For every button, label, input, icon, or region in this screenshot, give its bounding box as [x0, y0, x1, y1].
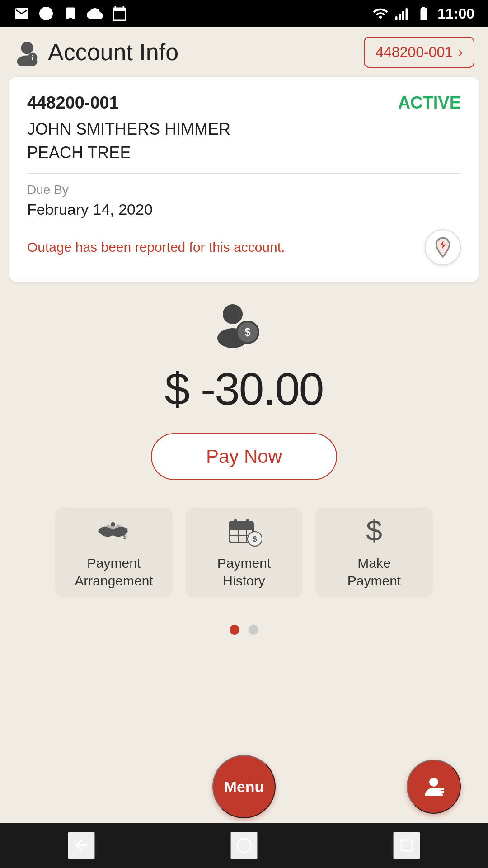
payment-arrangement-button[interactable]: $ PaymentArrangement [55, 507, 173, 598]
action-buttons-row: $ PaymentArrangement $ PaymentHisto [55, 507, 433, 598]
android-nav-bar [0, 823, 488, 868]
recents-button[interactable] [393, 832, 420, 859]
recents-icon [399, 837, 415, 854]
payment-arrangement-label: PaymentArrangement [75, 554, 153, 590]
home-icon [236, 837, 252, 854]
home-button[interactable] [230, 832, 258, 859]
chevron-right-icon: › [458, 44, 463, 60]
calendar-icon [111, 5, 127, 22]
header: i Account Info 448200-001 › [0, 27, 488, 77]
handshake-icon: $ [96, 515, 132, 547]
svg-rect-4 [406, 8, 408, 20]
svg-text:i: i [32, 54, 33, 61]
due-label: Due By [27, 183, 461, 197]
svg-rect-18 [230, 522, 253, 530]
make-payment-label: MakePayment [347, 554, 401, 590]
make-payment-button[interactable]: $ MakePayment [315, 507, 433, 598]
user-icon: i [14, 38, 41, 66]
wifi-icon [372, 5, 389, 22]
svg-rect-22 [234, 519, 237, 525]
back-button[interactable] [68, 832, 95, 859]
balance-icon: $ [208, 300, 280, 359]
lightning-map-icon [432, 236, 454, 259]
payment-history-label: PaymentHistory [217, 554, 271, 590]
contact-icon [420, 773, 447, 800]
cloud-icon [87, 5, 103, 22]
calendar-dollar-icon: $ [226, 515, 262, 547]
svg-text:$: $ [366, 515, 382, 547]
svg-point-10 [223, 304, 243, 324]
svg-text:$: $ [244, 326, 251, 338]
account-number: 448200-001 [27, 93, 119, 113]
account-location: PEACH TREE [27, 143, 461, 174]
customer-name: JOHN SMITHERS HIMMER [27, 120, 461, 139]
outage-row: Outage has been reported for this accoun… [27, 229, 461, 265]
main-content: $ $ -30.00 Pay Now $ PaymentArrangement [0, 282, 488, 750]
battery-icon [416, 5, 432, 22]
bottom-bar: Menu [0, 750, 488, 823]
svg-rect-1 [395, 16, 398, 20]
due-date: February 14, 2020 [27, 201, 461, 218]
svg-rect-2 [399, 14, 401, 20]
back-icon [72, 836, 90, 854]
dollar-sign-icon: $ [356, 515, 392, 547]
contact-button[interactable] [407, 760, 461, 814]
status-bar: 11:00 [0, 0, 488, 27]
svg-text:$: $ [253, 535, 257, 543]
balance-amount: $ -30.00 [165, 363, 324, 415]
header-left: i Account Info [14, 38, 178, 66]
circle-icon [38, 5, 54, 22]
status-bar-left [14, 5, 127, 22]
svg-text:$: $ [123, 533, 127, 540]
outage-report-button[interactable] [425, 229, 461, 265]
svg-point-30 [237, 839, 251, 852]
page-dots [230, 625, 258, 635]
page-title: Account Info [48, 38, 178, 66]
page-dot-1 [230, 625, 239, 635]
svg-point-15 [111, 522, 115, 527]
svg-rect-31 [401, 840, 412, 851]
signal-icon [394, 5, 410, 22]
menu-button[interactable]: Menu [212, 755, 276, 818]
pay-now-button[interactable]: Pay Now [151, 433, 337, 480]
account-card: 448200-001 ACTIVE JOHN SMITHERS HIMMER P… [9, 77, 479, 282]
page-dot-2 [249, 625, 258, 635]
outage-message: Outage has been reported for this accoun… [27, 240, 285, 255]
account-status: ACTIVE [398, 93, 461, 113]
card-top-row: 448200-001 ACTIVE [27, 93, 461, 113]
svg-point-0 [39, 7, 53, 20]
menu-label: Menu [224, 778, 264, 796]
svg-rect-23 [246, 519, 249, 525]
balance-section: $ $ -30.00 [165, 300, 324, 415]
svg-point-5 [21, 42, 33, 54]
gmail-icon [14, 5, 30, 22]
payment-history-button[interactable]: $ PaymentHistory [185, 507, 303, 598]
bookmark-icon [62, 5, 79, 22]
svg-rect-3 [402, 11, 404, 20]
account-selector-label: 448200-001 [375, 44, 453, 61]
status-time: 11:00 [437, 5, 474, 22]
account-selector-button[interactable]: 448200-001 › [364, 37, 474, 68]
svg-point-27 [429, 778, 438, 787]
person-dollar-icon: $ [208, 300, 267, 354]
pay-now-label: Pay Now [206, 446, 282, 467]
status-bar-right: 11:00 [372, 5, 474, 22]
